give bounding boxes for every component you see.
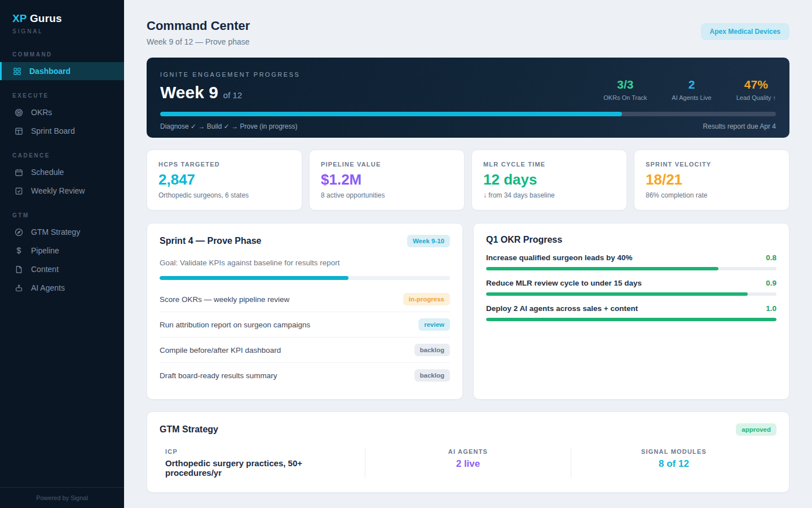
sidebar-item-sprint-board[interactable]: Sprint Board <box>0 122 124 140</box>
robot-icon <box>14 283 24 293</box>
hero-phases: Diagnose ✓ → Build ✓ → Prove (in progres… <box>160 122 298 130</box>
app-logo: XP Gurus <box>0 0 124 25</box>
logo-xp: XP <box>12 12 27 24</box>
sprint-card-title: Sprint 4 — Prove Phase <box>160 236 262 246</box>
hero-stat-agents: 2 AI Agents Live <box>672 78 711 101</box>
stat-value: 18/21 <box>646 171 778 189</box>
page-title: Command Center <box>147 19 250 33</box>
sidebar-item-dashboard[interactable]: Dashboard <box>0 62 124 80</box>
hero-week: Week 9 <box>160 83 218 102</box>
okr-score: 1.0 <box>766 304 776 313</box>
page-subtitle: Week 9 of 12 — Prove phase <box>147 37 250 46</box>
compass-icon <box>14 227 24 237</box>
gtm-card-title: GTM Strategy <box>160 424 218 435</box>
sidebar-item-label: AI Agents <box>31 283 65 292</box>
task-status-badge: backlog <box>414 344 450 356</box>
sidebar-item-label: Content <box>31 265 59 274</box>
sidebar-item-label: Weekly Review <box>31 186 85 195</box>
main-content: Command Center Week 9 of 12 — Prove phas… <box>124 0 812 508</box>
okr-progress-track <box>486 292 776 296</box>
sidebar-item-label: Sprint Board <box>31 126 75 135</box>
sidebar-footer-text: Powered by Signal <box>0 487 124 508</box>
task-label: Draft board-ready results summary <box>160 371 277 380</box>
gtm-col-icp: ICP Orthopedic surgery practices, 50+ pr… <box>160 447 365 479</box>
sprint-task-list: Score OKRs — weekly pipeline review in-p… <box>160 287 450 388</box>
sprint-progress-track <box>160 276 450 280</box>
stat-label: HCPS TARGETED <box>158 161 290 168</box>
okr-label: Reduce MLR review cycle to under 15 days <box>486 279 642 287</box>
sidebar-item-weekly-review[interactable]: Weekly Review <box>0 182 124 200</box>
hero-stat-label: Lead Quality ↑ <box>736 94 776 101</box>
sidebar-item-label: Dashboard <box>29 67 70 76</box>
stat-card-row: HCPS TARGETED 2,847 Orthopedic surgeons,… <box>147 150 789 211</box>
nav-section-cadence: CADENCE <box>0 152 124 159</box>
task-row[interactable]: Score OKRs — weekly pipeline review in-p… <box>160 287 450 312</box>
sprint-goal: Goal: Validate KPIs against baseline for… <box>160 259 450 267</box>
okr-progress-fill <box>486 267 718 270</box>
okr-score: 0.8 <box>766 253 776 262</box>
hero-progress-track <box>160 112 776 116</box>
okr-card-title: Q1 OKR Progress <box>486 235 776 245</box>
hero-progress-fill <box>160 112 622 116</box>
sidebar-item-pipeline[interactable]: Pipeline <box>0 242 124 260</box>
okr-progress-fill <box>486 318 776 321</box>
logo-tagline: SIGNAL <box>0 25 124 34</box>
sidebar-item-schedule[interactable]: Schedule <box>0 163 124 181</box>
gtm-col-label: SIGNAL MODULES <box>577 448 771 455</box>
grid-icon <box>12 67 22 76</box>
hero-stats: 3/3 OKRs On Track 2 AI Agents Live 47% L… <box>603 78 776 101</box>
gtm-col-value: 2 live <box>371 458 565 470</box>
okr-progress-fill <box>486 292 748 296</box>
gtm-col-label: AI AGENTS <box>371 448 565 455</box>
target-icon <box>14 108 24 117</box>
gtm-approved-badge: approved <box>736 423 776 436</box>
stat-value: 2,847 <box>158 171 290 189</box>
engagement-progress-banner: IGNITE ENGAGEMENT PROGRESS Week 9 of 12 … <box>147 58 789 138</box>
calendar-icon <box>14 168 24 177</box>
gtm-col-signal-modules: SIGNAL MODULES 8 of 12 <box>571 447 776 479</box>
task-row[interactable]: Run attribution report on surgeon campai… <box>160 312 450 337</box>
sidebar-item-okrs[interactable]: OKRs <box>0 103 124 121</box>
sprint-progress-fill <box>160 276 348 280</box>
gtm-col-value: 8 of 12 <box>577 458 771 470</box>
okr-label: Deploy 2 AI agents across sales + conten… <box>486 304 638 313</box>
hero-stat-label: OKRs On Track <box>603 94 647 101</box>
stat-card-mlr: MLR CYCLE TIME 12 days ↓ from 34 days ba… <box>471 150 627 211</box>
sidebar-item-content[interactable]: Content <box>0 260 124 278</box>
hero-stat-okrs: 3/3 OKRs On Track <box>603 78 647 101</box>
task-row[interactable]: Compile before/after KPI dashboard backl… <box>160 337 450 362</box>
gtm-strategy-card: GTM Strategy approved ICP Orthopedic sur… <box>147 411 789 493</box>
sidebar: XP Gurus SIGNAL COMMAND Dashboard EXECUT… <box>0 0 124 508</box>
stat-caption: Orthopedic surgeons, 6 states <box>158 191 290 199</box>
sprint-week-badge: Week 9-10 <box>407 235 450 247</box>
client-badge[interactable]: Apex Medical Devices <box>701 23 789 40</box>
stat-caption: 86% completion rate <box>646 191 778 199</box>
gtm-col-label: ICP <box>165 448 359 455</box>
okr-score: 0.9 <box>766 279 776 287</box>
stat-value: 12 days <box>483 171 615 189</box>
sidebar-item-gtm-strategy[interactable]: GTM Strategy <box>0 223 124 241</box>
okr-progress-track <box>486 267 776 270</box>
okr-progress-track <box>486 318 776 321</box>
sprint-card: Sprint 4 — Prove Phase Week 9-10 Goal: V… <box>147 223 463 400</box>
task-status-badge: review <box>418 318 450 331</box>
gtm-col-ai-agents: AI AGENTS 2 live <box>365 447 571 479</box>
nav-section-gtm: GTM <box>0 212 124 218</box>
stat-label: PIPELINE VALUE <box>321 161 453 168</box>
sidebar-item-label: GTM Strategy <box>31 227 80 237</box>
stat-caption: ↓ from 34 days baseline <box>483 191 615 199</box>
sidebar-item-ai-agents[interactable]: AI Agents <box>0 279 124 297</box>
stat-card-velocity: SPRINT VELOCITY 18/21 86% completion rat… <box>634 150 789 211</box>
sidebar-item-label: Pipeline <box>31 246 59 255</box>
task-row[interactable]: Draft board-ready results summary backlo… <box>160 362 450 388</box>
hero-eyebrow: IGNITE ENGAGEMENT PROGRESS <box>160 71 300 78</box>
task-label: Compile before/after KPI dashboard <box>160 346 281 354</box>
nav-section-command: COMMAND <box>0 51 124 58</box>
app-window: XP Gurus SIGNAL COMMAND Dashboard EXECUT… <box>0 0 812 508</box>
okr-item: Deploy 2 AI agents across sales + conten… <box>486 304 776 321</box>
hero-stat-value: 3/3 <box>603 78 647 91</box>
logo-gurus: Gurus <box>30 12 62 24</box>
stat-card-hcps: HCPS TARGETED 2,847 Orthopedic surgeons,… <box>147 150 302 211</box>
hero-week-suffix: of 12 <box>223 90 242 100</box>
sidebar-nav: COMMAND Dashboard EXECUTE OKRs Sprint Bo… <box>0 39 124 487</box>
